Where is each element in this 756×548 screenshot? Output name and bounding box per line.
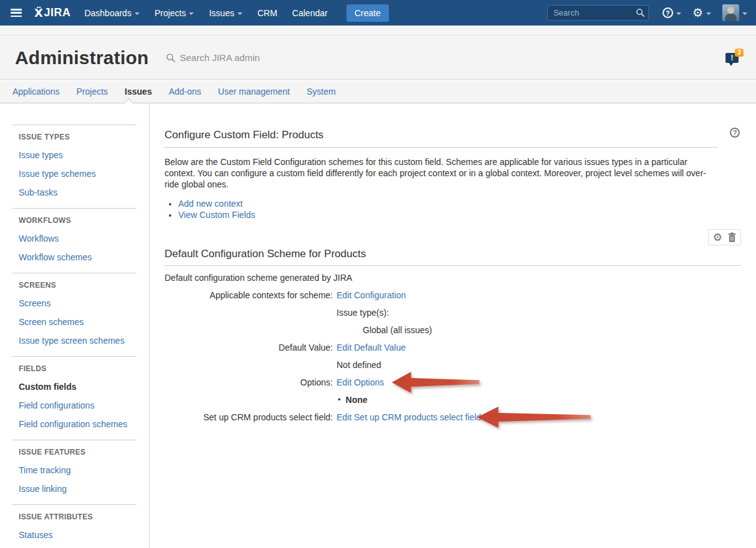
issue-types-label: Issue type(s): xyxy=(337,307,432,318)
sidebar-item-statuses[interactable]: Statuses xyxy=(19,530,136,540)
row-options: Options: Edit Options • None xyxy=(165,377,741,405)
sidebar-section-title: ISSUE ATTRIBUTES xyxy=(19,509,136,521)
default-value-value: Not defined xyxy=(337,359,406,371)
nav-projects[interactable]: Projects xyxy=(155,8,194,18)
edit-default-value-link[interactable]: Edit Default Value xyxy=(337,342,406,352)
add-new-context-link[interactable]: Add new context xyxy=(178,199,243,209)
sidebar-section-issue-attributes: ISSUE ATTRIBUTES Statuses Resolutions xyxy=(12,504,136,548)
user-menu[interactable] xyxy=(722,4,747,21)
main-content: Configure Custom Field: Products ? Below… xyxy=(150,103,756,548)
view-custom-fields-link[interactable]: View Custom Fields xyxy=(178,210,255,220)
jira-logo-text: JIRA xyxy=(44,6,70,19)
jira-logo[interactable]: Ẍ JIRA xyxy=(34,6,70,19)
notifications-button[interactable]: ! 3 xyxy=(725,53,739,63)
help-menu[interactable]: ? xyxy=(663,7,681,18)
scheme-tools-row: ⚙ xyxy=(165,229,741,245)
row-label: Default Value: xyxy=(165,342,337,371)
header-spacer-strip xyxy=(0,26,756,35)
list-item: View Custom Fields xyxy=(178,209,741,220)
sidebar-item-issue-type-schemes[interactable]: Issue type schemes xyxy=(19,169,136,179)
search-icon xyxy=(636,8,644,17)
scheme-tools: ⚙ xyxy=(708,229,741,245)
tab-issues[interactable]: Issues xyxy=(125,87,152,97)
list-item: Add new context xyxy=(178,198,741,209)
sidebar-section-screens: SCREENS Screens Screen schemes Issue typ… xyxy=(12,273,136,356)
sidebar-section-title: WORKFLOWS xyxy=(19,213,136,225)
row-applicable-contexts: Applicable contexts for scheme: Edit Con… xyxy=(165,290,741,301)
sidebar-item-issue-types[interactable]: Issue types xyxy=(19,150,136,160)
search-icon xyxy=(166,53,175,62)
edit-crm-select-field-link[interactable]: Edit Set up CRM products select field xyxy=(337,412,481,422)
chevron-down-icon xyxy=(189,12,194,15)
bullet-icon: • xyxy=(338,394,341,405)
sidebar-section-title: ISSUE FEATURES xyxy=(19,445,136,456)
row-label xyxy=(165,307,337,336)
help-icon[interactable]: ? xyxy=(730,128,740,138)
admin-settings-menu[interactable]: ⚙ xyxy=(692,7,711,19)
nav-crm[interactable]: CRM xyxy=(257,8,277,18)
sidebar-section-issue-types: ISSUE TYPES Issue types Issue type schem… xyxy=(12,125,136,208)
sidebar-item-issue-linking[interactable]: Issue linking xyxy=(19,484,136,494)
help-icon: ? xyxy=(663,7,673,18)
page-title: Administration xyxy=(15,47,148,68)
sidebar-item-field-configurations[interactable]: Field configurations xyxy=(19,400,136,410)
scheme-title: Default Configuration Scheme for Product… xyxy=(165,248,741,266)
issue-types-value: Global (all issues) xyxy=(363,324,432,336)
content-description: Below are the Custom Field Configuration… xyxy=(165,156,719,190)
chevron-down-icon xyxy=(742,12,747,15)
sidebar-item-workflows[interactable]: Workflows xyxy=(19,234,136,243)
tab-add-ons[interactable]: Add-ons xyxy=(169,87,201,97)
content-header: Configure Custom Field: Products ? xyxy=(165,129,717,148)
hamburger-menu-icon[interactable] xyxy=(11,9,22,17)
sidebar-item-time-tracking[interactable]: Time tracking xyxy=(19,465,136,475)
nav-calendar[interactable]: Calendar xyxy=(292,8,328,18)
admin-header: Administration ! 3 xyxy=(0,36,756,80)
scheme-subtitle: Default configuration scheme generated b… xyxy=(165,272,741,283)
sidebar-item-custom-fields[interactable]: Custom fields xyxy=(19,382,136,392)
edit-options-link[interactable]: Edit Options xyxy=(337,377,384,387)
row-label: Applicable contexts for scheme: xyxy=(165,290,337,301)
row-label: Options: xyxy=(165,377,337,405)
gear-icon: ⚙ xyxy=(692,7,703,19)
top-navbar: Ẍ JIRA Dashboards Projects Issues CRM Ca… xyxy=(0,0,756,26)
sidebar-item-screen-schemes[interactable]: Screen schemes xyxy=(19,317,136,327)
sidebar-section-fields: FIELDS Custom fields Field configuration… xyxy=(12,356,136,440)
options-value: None xyxy=(346,394,368,405)
edit-configuration-link[interactable]: Edit Configuration xyxy=(337,290,406,300)
admin-search-input[interactable] xyxy=(179,52,317,63)
chevron-down-icon xyxy=(706,12,711,15)
sidebar-item-field-configuration-schemes[interactable]: Field configuration schemes xyxy=(19,419,136,429)
sidebar-item-workflow-schemes[interactable]: Workflow schemes xyxy=(19,252,136,262)
sidebar-section-title: SCREENS xyxy=(19,278,136,290)
chevron-down-icon xyxy=(676,12,681,15)
tab-user-management[interactable]: User management xyxy=(218,87,290,97)
row-label: Set up CRM products select field: xyxy=(165,412,337,423)
nav-issues[interactable]: Issues xyxy=(209,8,242,18)
row-default-value: Default Value: Edit Default Value Not de… xyxy=(165,342,741,371)
jira-logo-icon: Ẍ xyxy=(34,6,43,19)
chevron-down-icon xyxy=(135,12,140,15)
chevron-down-icon xyxy=(237,12,242,15)
tab-system[interactable]: System xyxy=(307,87,336,97)
sidebar-section-title: FIELDS xyxy=(19,361,136,373)
trash-icon[interactable] xyxy=(728,232,736,242)
navbar-search-input[interactable] xyxy=(547,5,649,21)
admin-tab-bar: Applications Projects Issues Add-ons Use… xyxy=(0,80,756,103)
sidebar-item-sub-tasks[interactable]: Sub-tasks xyxy=(19,187,136,197)
sidebar-item-screens[interactable]: Screens xyxy=(19,298,136,308)
tab-projects[interactable]: Projects xyxy=(77,87,108,97)
create-button[interactable]: Create xyxy=(347,4,389,22)
sidebar-section-issue-features: ISSUE FEATURES Time tracking Issue linki… xyxy=(12,440,136,504)
admin-sidebar: ISSUE TYPES Issue types Issue type schem… xyxy=(0,103,150,548)
scheme-gear-icon[interactable]: ⚙ xyxy=(713,232,722,243)
nav-dashboards[interactable]: Dashboards xyxy=(84,8,140,18)
scheme-definition-list: Applicable contexts for scheme: Edit Con… xyxy=(165,290,741,423)
action-links: Add new context View Custom Fields xyxy=(178,198,741,220)
row-issue-types: Issue type(s): Global (all issues) xyxy=(165,307,741,336)
navbar-search xyxy=(547,5,649,21)
sidebar-item-issue-type-screen-schemes[interactable]: Issue type screen schemes xyxy=(19,336,136,346)
sidebar-section-title: ISSUE TYPES xyxy=(19,130,136,141)
annotation-arrow-icon xyxy=(390,370,481,395)
sidebar-section-workflows: WORKFLOWS Workflows Workflow schemes xyxy=(12,208,136,273)
tab-applications[interactable]: Applications xyxy=(12,87,60,97)
